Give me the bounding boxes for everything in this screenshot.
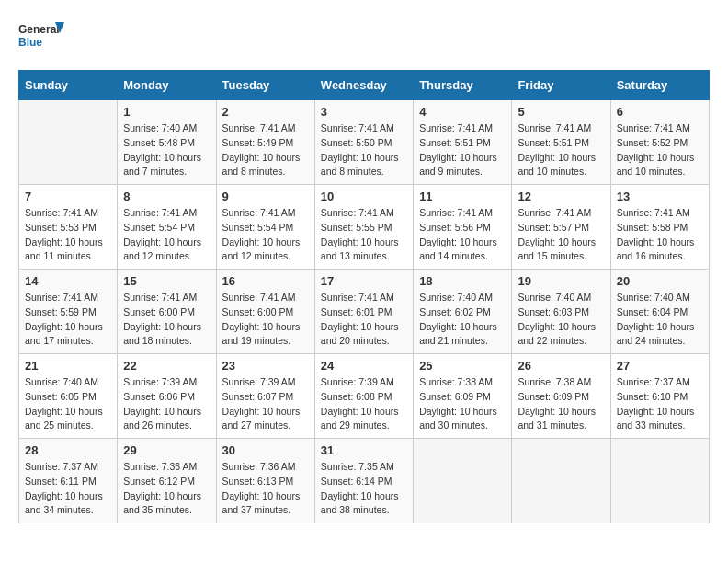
day-number: 24	[321, 359, 407, 373]
calendar-week-3: 21Sunrise: 7:40 AMSunset: 6:05 PMDayligh…	[19, 354, 710, 439]
day-number: 22	[123, 359, 210, 373]
calendar-cell: 2Sunrise: 7:41 AMSunset: 5:49 PMDaylight…	[216, 100, 314, 185]
calendar-cell: 16Sunrise: 7:41 AMSunset: 6:00 PMDayligh…	[216, 270, 314, 354]
calendar-cell: 8Sunrise: 7:41 AMSunset: 5:54 PMDaylight…	[118, 185, 216, 270]
day-info: Sunrise: 7:40 AMSunset: 6:05 PMDaylight:…	[25, 375, 111, 433]
day-info: Sunrise: 7:41 AMSunset: 5:51 PMDaylight:…	[419, 121, 506, 179]
header-friday: Friday	[512, 71, 610, 100]
header-tuesday: Tuesday	[216, 71, 314, 100]
calendar-cell	[414, 439, 512, 523]
day-number: 25	[419, 359, 506, 373]
day-info: Sunrise: 7:39 AMSunset: 6:06 PMDaylight:…	[123, 375, 210, 433]
day-number: 15	[123, 274, 210, 288]
calendar-cell: 29Sunrise: 7:36 AMSunset: 6:12 PMDayligh…	[118, 439, 216, 523]
calendar-cell	[19, 100, 118, 185]
calendar-cell: 3Sunrise: 7:41 AMSunset: 5:50 PMDaylight…	[314, 100, 413, 185]
day-info: Sunrise: 7:41 AMSunset: 5:53 PMDaylight:…	[25, 206, 111, 264]
calendar-table: SundayMondayTuesdayWednesdayThursdayFrid…	[18, 70, 710, 523]
day-number: 10	[321, 190, 407, 203]
day-info: Sunrise: 7:41 AMSunset: 6:00 PMDaylight:…	[222, 291, 309, 349]
day-info: Sunrise: 7:41 AMSunset: 5:56 PMDaylight:…	[419, 206, 506, 264]
day-number: 14	[25, 274, 111, 288]
calendar-cell: 27Sunrise: 7:37 AMSunset: 6:10 PMDayligh…	[610, 354, 709, 439]
calendar-cell: 26Sunrise: 7:38 AMSunset: 6:09 PMDayligh…	[512, 354, 610, 439]
calendar-cell: 9Sunrise: 7:41 AMSunset: 5:54 PMDaylight…	[216, 185, 314, 270]
day-info: Sunrise: 7:35 AMSunset: 6:14 PMDaylight:…	[321, 460, 407, 518]
day-number: 3	[321, 105, 407, 119]
day-info: Sunrise: 7:41 AMSunset: 5:59 PMDaylight:…	[25, 291, 111, 349]
day-info: Sunrise: 7:41 AMSunset: 5:54 PMDaylight:…	[222, 206, 309, 264]
header-wednesday: Wednesday	[314, 71, 413, 100]
day-number: 29	[123, 443, 210, 457]
calendar-cell: 6Sunrise: 7:41 AMSunset: 5:52 PMDaylight…	[610, 100, 709, 185]
day-info: Sunrise: 7:41 AMSunset: 5:50 PMDaylight:…	[321, 121, 407, 179]
calendar-week-1: 7Sunrise: 7:41 AMSunset: 5:53 PMDaylight…	[19, 185, 710, 270]
day-info: Sunrise: 7:37 AMSunset: 6:11 PMDaylight:…	[25, 460, 111, 518]
calendar-cell: 30Sunrise: 7:36 AMSunset: 6:13 PMDayligh…	[216, 439, 314, 523]
day-number: 26	[518, 359, 604, 373]
calendar-cell: 25Sunrise: 7:38 AMSunset: 6:09 PMDayligh…	[414, 354, 512, 439]
page-header: General Blue	[18, 18, 710, 55]
day-number: 11	[419, 190, 506, 203]
calendar-cell: 24Sunrise: 7:39 AMSunset: 6:08 PMDayligh…	[314, 354, 413, 439]
day-number: 31	[321, 443, 407, 457]
calendar-cell: 28Sunrise: 7:37 AMSunset: 6:11 PMDayligh…	[19, 439, 118, 523]
day-info: Sunrise: 7:36 AMSunset: 6:12 PMDaylight:…	[123, 460, 210, 518]
day-info: Sunrise: 7:41 AMSunset: 5:52 PMDaylight:…	[617, 121, 703, 179]
day-info: Sunrise: 7:39 AMSunset: 6:07 PMDaylight:…	[222, 375, 309, 433]
day-number: 8	[123, 190, 210, 203]
calendar-cell: 5Sunrise: 7:41 AMSunset: 5:51 PMDaylight…	[512, 100, 610, 185]
calendar-cell: 11Sunrise: 7:41 AMSunset: 5:56 PMDayligh…	[414, 185, 512, 270]
calendar-cell: 4Sunrise: 7:41 AMSunset: 5:51 PMDaylight…	[414, 100, 512, 185]
day-number: 7	[25, 190, 111, 203]
calendar-week-4: 28Sunrise: 7:37 AMSunset: 6:11 PMDayligh…	[19, 439, 710, 523]
day-number: 6	[617, 105, 703, 119]
day-info: Sunrise: 7:38 AMSunset: 6:09 PMDaylight:…	[419, 375, 506, 433]
calendar-cell: 23Sunrise: 7:39 AMSunset: 6:07 PMDayligh…	[216, 354, 314, 439]
calendar-cell	[512, 439, 610, 523]
day-info: Sunrise: 7:41 AMSunset: 5:51 PMDaylight:…	[518, 121, 604, 179]
day-info: Sunrise: 7:40 AMSunset: 6:04 PMDaylight:…	[617, 291, 703, 349]
calendar-cell: 19Sunrise: 7:40 AMSunset: 6:03 PMDayligh…	[512, 270, 610, 354]
day-number: 12	[518, 190, 604, 203]
svg-text:Blue: Blue	[18, 36, 42, 49]
day-number: 19	[518, 274, 604, 288]
calendar-cell: 12Sunrise: 7:41 AMSunset: 5:57 PMDayligh…	[512, 185, 610, 270]
calendar-cell: 10Sunrise: 7:41 AMSunset: 5:55 PMDayligh…	[314, 185, 413, 270]
header-saturday: Saturday	[610, 71, 709, 100]
calendar-cell: 1Sunrise: 7:40 AMSunset: 5:48 PMDaylight…	[118, 100, 216, 185]
logo: General Blue	[18, 18, 64, 55]
header-thursday: Thursday	[414, 71, 512, 100]
calendar-cell: 13Sunrise: 7:41 AMSunset: 5:58 PMDayligh…	[610, 185, 709, 270]
day-number: 20	[617, 274, 703, 288]
day-number: 9	[222, 190, 309, 203]
calendar-cell	[610, 439, 709, 523]
day-number: 30	[222, 443, 309, 457]
day-info: Sunrise: 7:37 AMSunset: 6:10 PMDaylight:…	[617, 375, 703, 433]
logo-icon: General Blue	[18, 18, 64, 55]
day-number: 17	[321, 274, 407, 288]
header-sunday: Sunday	[19, 71, 118, 100]
day-info: Sunrise: 7:41 AMSunset: 5:57 PMDaylight:…	[518, 206, 604, 264]
day-info: Sunrise: 7:40 AMSunset: 6:02 PMDaylight:…	[419, 291, 506, 349]
calendar-cell: 22Sunrise: 7:39 AMSunset: 6:06 PMDayligh…	[118, 354, 216, 439]
day-number: 23	[222, 359, 309, 373]
calendar-cell: 15Sunrise: 7:41 AMSunset: 6:00 PMDayligh…	[118, 270, 216, 354]
header-monday: Monday	[118, 71, 216, 100]
svg-text:General: General	[18, 23, 60, 36]
day-info: Sunrise: 7:40 AMSunset: 5:48 PMDaylight:…	[123, 121, 210, 179]
day-number: 21	[25, 359, 111, 373]
day-number: 13	[617, 190, 703, 203]
day-info: Sunrise: 7:41 AMSunset: 5:58 PMDaylight:…	[617, 206, 703, 264]
calendar-cell: 7Sunrise: 7:41 AMSunset: 5:53 PMDaylight…	[19, 185, 118, 270]
day-number: 27	[617, 359, 703, 373]
day-info: Sunrise: 7:38 AMSunset: 6:09 PMDaylight:…	[518, 375, 604, 433]
calendar-cell: 14Sunrise: 7:41 AMSunset: 5:59 PMDayligh…	[19, 270, 118, 354]
calendar-header-row: SundayMondayTuesdayWednesdayThursdayFrid…	[19, 71, 710, 100]
day-number: 28	[25, 443, 111, 457]
day-number: 4	[419, 105, 506, 119]
calendar-week-2: 14Sunrise: 7:41 AMSunset: 5:59 PMDayligh…	[19, 270, 710, 354]
calendar-week-0: 1Sunrise: 7:40 AMSunset: 5:48 PMDaylight…	[19, 100, 710, 185]
day-info: Sunrise: 7:36 AMSunset: 6:13 PMDaylight:…	[222, 460, 309, 518]
day-info: Sunrise: 7:41 AMSunset: 5:54 PMDaylight:…	[123, 206, 210, 264]
